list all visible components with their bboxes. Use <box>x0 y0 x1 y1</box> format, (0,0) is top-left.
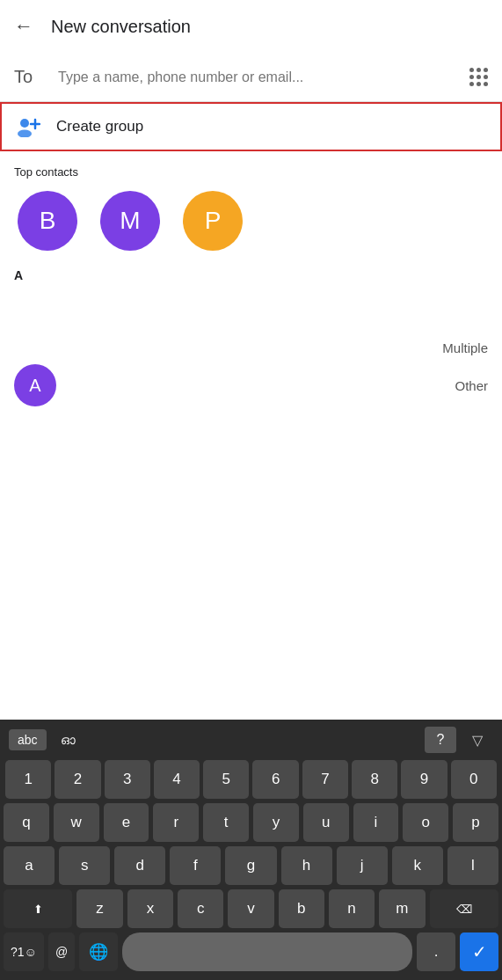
key-j[interactable]: j <box>337 846 388 885</box>
keyboard-row-1: q w e r t y u i o p <box>4 803 498 842</box>
key-b[interactable]: b <box>279 889 324 928</box>
key-x[interactable]: x <box>127 889 173 928</box>
key-4[interactable]: 4 <box>154 760 200 799</box>
to-label: To <box>14 67 46 87</box>
other-label: Other <box>455 378 488 393</box>
key-5[interactable]: 5 <box>203 760 249 799</box>
keyboard: abc ഓ ? ▽ 1 2 3 4 5 6 7 8 9 0 q w e r t … <box>0 720 502 980</box>
period-key[interactable]: . <box>417 932 455 971</box>
back-button[interactable]: ← <box>14 17 33 36</box>
key-v[interactable]: v <box>228 889 273 928</box>
keyboard-dismiss-button[interactable]: ▽ <box>462 727 493 753</box>
key-a[interactable]: a <box>4 846 55 885</box>
contact-a-avatar[interactable]: A <box>14 364 56 406</box>
svg-point-1 <box>18 130 32 138</box>
create-group-button[interactable]: Create group <box>0 102 502 151</box>
key-s[interactable]: s <box>59 846 110 885</box>
symbols-key[interactable]: ?1☺ <box>4 932 44 971</box>
top-contacts-title: Top contacts <box>14 165 488 179</box>
key-e[interactable]: e <box>104 803 149 842</box>
key-c[interactable]: c <box>178 889 223 928</box>
key-1[interactable]: 1 <box>5 760 51 799</box>
keyboard-mode-odia[interactable]: ഓ <box>52 729 84 751</box>
contact-a-row[interactable]: A Other <box>0 359 502 412</box>
page-title: New conversation <box>51 17 191 37</box>
svg-point-0 <box>20 119 29 128</box>
key-9[interactable]: 9 <box>401 760 447 799</box>
multiple-label: Multiple <box>0 340 502 359</box>
section-letter-a: A <box>0 258 502 288</box>
space-key[interactable] <box>122 932 412 971</box>
key-n[interactable]: n <box>329 889 375 928</box>
key-m[interactable]: m <box>379 889 425 928</box>
number-row: 1 2 3 4 5 6 7 8 9 0 <box>4 760 498 799</box>
key-o[interactable]: o <box>403 803 448 842</box>
key-2[interactable]: 2 <box>55 760 100 799</box>
key-i[interactable]: i <box>353 803 399 842</box>
key-g[interactable]: g <box>225 846 276 885</box>
key-f[interactable]: f <box>170 846 221 885</box>
spacer <box>0 288 502 340</box>
key-t[interactable]: t <box>203 803 249 842</box>
keyboard-bottom-row: ?1☺ @ 🌐 . ✓ <box>4 932 498 971</box>
key-h[interactable]: h <box>281 846 332 885</box>
keyboard-top-bar: abc ഓ ? ▽ <box>0 720 502 760</box>
top-contacts-row: B M P <box>14 191 488 251</box>
header: ← New conversation <box>0 0 502 53</box>
keyboard-help-button[interactable]: ? <box>425 727 456 753</box>
key-u[interactable]: u <box>303 803 349 842</box>
top-contacts-section: Top contacts B M P <box>0 151 502 258</box>
key-p[interactable]: p <box>453 803 498 842</box>
create-group-label: Create group <box>56 118 143 135</box>
backspace-key[interactable]: ⌫ <box>430 889 498 928</box>
contact-b-avatar[interactable]: B <box>18 191 77 251</box>
keyboard-row-3: ⬆ z x c v b n m ⌫ <box>4 889 498 928</box>
key-l[interactable]: l <box>447 846 498 885</box>
key-6[interactable]: 6 <box>252 760 298 799</box>
globe-key[interactable]: 🌐 <box>79 932 118 971</box>
key-y[interactable]: y <box>253 803 299 842</box>
key-7[interactable]: 7 <box>302 760 348 799</box>
key-8[interactable]: 8 <box>352 760 397 799</box>
key-w[interactable]: w <box>54 803 99 842</box>
keyboard-row-2: a s d f g h j k l <box>4 846 498 885</box>
contact-m-avatar[interactable]: M <box>100 191 160 251</box>
recipient-input[interactable] <box>58 69 461 85</box>
shift-key[interactable]: ⬆ <box>4 889 72 928</box>
enter-key[interactable]: ✓ <box>460 932 498 971</box>
contacts-grid-icon[interactable] <box>469 68 488 86</box>
contact-p-avatar[interactable]: P <box>183 191 243 251</box>
key-3[interactable]: 3 <box>105 760 150 799</box>
key-r[interactable]: r <box>153 803 199 842</box>
key-q[interactable]: q <box>4 803 49 842</box>
to-field-row: To <box>0 53 502 102</box>
key-d[interactable]: d <box>114 846 165 885</box>
key-0[interactable]: 0 <box>451 760 497 799</box>
create-group-icon <box>16 116 40 137</box>
at-key[interactable]: @ <box>48 932 75 971</box>
keyboard-mode-abc[interactable]: abc <box>9 729 47 750</box>
key-z[interactable]: z <box>76 889 122 928</box>
key-k[interactable]: k <box>392 846 443 885</box>
